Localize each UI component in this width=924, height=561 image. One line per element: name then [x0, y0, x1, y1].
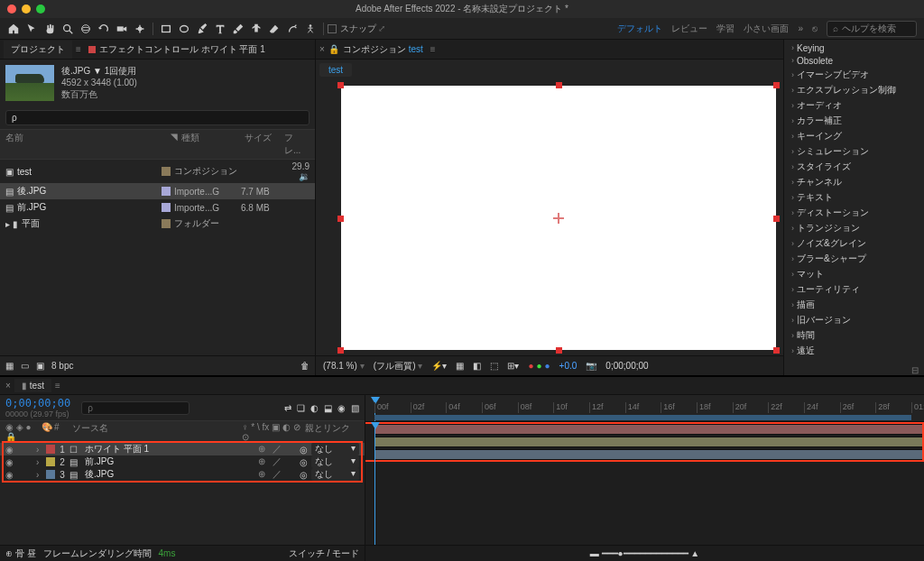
timeline-right[interactable]: 00f02f04f06f08f10f12f14f16f18f20f22f24f2…	[365, 395, 924, 561]
clone-tool-icon[interactable]	[248, 21, 264, 37]
comp-viewer[interactable]	[316, 80, 783, 355]
fx-category[interactable]: マット	[784, 266, 924, 281]
fast-preview-icon[interactable]: ⚡▾	[431, 361, 447, 371]
lock-icon[interactable]: 🔒	[328, 44, 339, 54]
roto-tool-icon[interactable]	[284, 21, 300, 37]
shy-icon[interactable]: ◐	[310, 403, 319, 413]
project-search[interactable]: ρ	[5, 110, 310, 125]
interpret-icon[interactable]: ▦	[5, 361, 14, 371]
ellipse-tool-icon[interactable]	[176, 21, 192, 37]
handle-icon[interactable]	[337, 82, 344, 88]
handle-icon[interactable]	[773, 347, 780, 354]
fx-category[interactable]: チャンネル	[784, 174, 924, 189]
panel-menu-icon[interactable]: ≡	[55, 381, 60, 391]
folder-icon[interactable]: ▭	[21, 361, 29, 371]
switches-mode-toggle[interactable]: スイッチ / モード	[289, 547, 359, 560]
handle-icon[interactable]	[773, 216, 780, 222]
orbit-tool-icon[interactable]	[78, 21, 94, 37]
grid-icon[interactable]: ⊞▾	[507, 361, 519, 371]
workspace-default[interactable]: デフォルト	[617, 23, 662, 35]
project-item[interactable]: ▤前.JPGImporte...G6.8 MB	[0, 199, 315, 216]
help-search[interactable]: ⌕ヘルプを検索	[827, 21, 917, 37]
fx-category[interactable]: Keying	[784, 41, 924, 54]
eraser-tool-icon[interactable]	[266, 21, 282, 37]
fx-category[interactable]: 旧バージョン	[784, 312, 924, 327]
graph-editor-icon[interactable]: ▧	[351, 403, 359, 413]
type-tool-icon[interactable]	[212, 21, 228, 37]
comp-icon[interactable]: ▣	[36, 361, 44, 371]
snap-checkbox[interactable]	[328, 24, 337, 33]
current-time-indicator-line[interactable]	[374, 422, 375, 545]
fx-category[interactable]: オーディオ	[784, 97, 924, 113]
workspace-learn[interactable]: 学習	[716, 23, 735, 35]
work-area-bar[interactable]	[374, 415, 911, 420]
fx-category[interactable]: シミュレーション	[784, 143, 924, 159]
time-ruler[interactable]: 00f02f04f06f08f10f12f14f16f18f20f22f24f2…	[365, 395, 924, 422]
camera-tool-icon[interactable]	[114, 21, 130, 37]
close-button[interactable]	[7, 5, 16, 14]
fx-category[interactable]: カラー補正	[784, 113, 924, 128]
timeline-layer[interactable]: ◉›1☐ホワイト 平面 1⊕ ／◎なし▾	[0, 443, 365, 455]
exposure-value[interactable]: +0.0	[559, 361, 578, 371]
rect-tool-icon[interactable]	[158, 21, 174, 37]
handle-icon[interactable]	[337, 347, 344, 354]
puppet-tool-icon[interactable]	[302, 21, 319, 37]
time-display[interactable]: 0;00;00;00	[605, 361, 648, 371]
maximize-button[interactable]	[36, 5, 45, 14]
fx-category[interactable]: イマーシブビデオ	[784, 67, 924, 82]
handle-icon[interactable]	[556, 347, 562, 354]
fx-category[interactable]: ブラー&シャープ	[784, 251, 924, 266]
timeline-layer[interactable]: ◉›2▤前.JPG⊕ ／◎なし▾	[0, 455, 365, 468]
layer-bar[interactable]	[374, 449, 924, 460]
motion-blur-icon[interactable]: ◉	[337, 403, 346, 413]
transparency-icon[interactable]: ▦	[456, 361, 464, 371]
pen-tool-icon[interactable]	[194, 21, 210, 37]
fx-category[interactable]: キーイング	[784, 128, 924, 143]
fx-category[interactable]: 描画	[784, 297, 924, 312]
fx-category[interactable]: 遠近	[784, 343, 924, 358]
panel-menu-icon[interactable]: ≡	[430, 44, 436, 54]
channel-icon[interactable]: ●●●	[528, 361, 550, 371]
toggle-icon[interactable]: ⊕ 骨 昼	[5, 547, 36, 560]
zoom-tool-icon[interactable]	[60, 21, 76, 37]
handle-icon[interactable]	[337, 216, 344, 222]
fx-category[interactable]: 時間	[784, 327, 924, 343]
fx-category[interactable]: ユーティリティ	[784, 281, 924, 297]
panel-menu-icon[interactable]: ⊟	[784, 363, 924, 377]
draft3d-icon[interactable]: ❏	[297, 403, 305, 413]
resolution-dropdown[interactable]: (フル画質) ▾	[374, 360, 423, 372]
comp-mini-tab[interactable]: test	[319, 63, 352, 77]
zoom-dropdown[interactable]: (78.1 %) ▾	[323, 361, 365, 371]
comp-flowchart-icon[interactable]: ⇄	[284, 403, 291, 413]
workspace-review[interactable]: レビュー	[671, 23, 707, 35]
project-tab[interactable]: プロジェクト	[4, 41, 72, 59]
selection-tool-icon[interactable]	[23, 21, 40, 37]
timeline-layer[interactable]: ◉›3▤後.JPG⊕ ／◎なし▾	[0, 468, 365, 481]
trash-icon[interactable]: 🗑	[300, 361, 310, 371]
current-timecode[interactable]: 0;00;00;00	[5, 397, 70, 409]
mask-icon[interactable]: ◧	[473, 361, 481, 371]
workspace-small[interactable]: 小さい画面	[744, 23, 789, 35]
layer-bar[interactable]	[374, 424, 924, 435]
fx-category[interactable]: スタイライズ	[784, 159, 924, 174]
timeline-tab[interactable]: ▮test	[14, 379, 51, 392]
reset-icon[interactable]: ⎋	[812, 23, 818, 33]
fx-category[interactable]: ノイズ&グレイン	[784, 235, 924, 251]
rotate-tool-icon[interactable]	[96, 21, 112, 37]
brush-tool-icon[interactable]	[230, 21, 246, 37]
snapshot-icon[interactable]: 📷	[586, 361, 596, 371]
fx-category[interactable]: トランジション	[784, 220, 924, 235]
fx-category[interactable]: Obsolete	[784, 54, 924, 67]
handle-icon[interactable]	[773, 82, 780, 88]
anchor-point-icon[interactable]	[553, 213, 564, 224]
home-icon[interactable]	[5, 21, 22, 37]
minimize-button[interactable]	[22, 5, 31, 14]
anchor-tool-icon[interactable]	[132, 21, 148, 37]
track-area[interactable]	[365, 422, 924, 545]
hand-tool-icon[interactable]	[42, 21, 58, 37]
effect-controls-tab[interactable]: エフェクトコントロール ホワイト 平面 1	[81, 41, 273, 59]
zoom-slider[interactable]: ▬ ━━━●━━━━━━━━━━━━ ▲	[590, 548, 700, 558]
workspace-overflow-icon[interactable]: »	[798, 23, 803, 33]
comp-canvas[interactable]	[341, 86, 776, 350]
handle-icon[interactable]	[556, 82, 562, 88]
